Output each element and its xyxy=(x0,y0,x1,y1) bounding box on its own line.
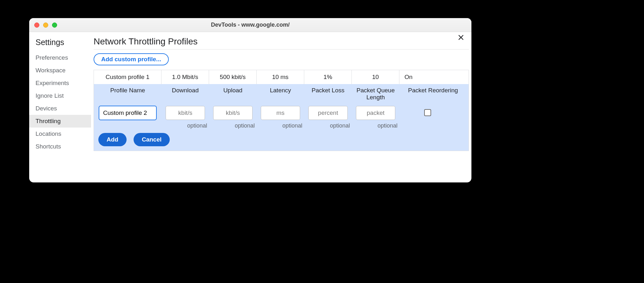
zoom-window-button[interactable] xyxy=(52,23,57,28)
cancel-button[interactable]: Cancel xyxy=(134,133,170,146)
settings-main: Network Throttling Profiles Add custom p… xyxy=(91,32,471,182)
hint-download: optional xyxy=(161,122,209,130)
close-icon xyxy=(457,34,464,41)
devtools-window: DevTools - www.google.com/ Settings Pref… xyxy=(29,18,471,182)
cell-upload: 500 kbit/s xyxy=(209,70,257,84)
hint-upload: optional xyxy=(209,122,257,130)
header-queue-length: Packet Queue Length xyxy=(352,84,399,103)
close-settings-button[interactable] xyxy=(457,34,464,43)
cell-packet-loss: 1% xyxy=(304,70,352,84)
cell-download: 1.0 Mbit/s xyxy=(161,70,209,84)
profile-name-input[interactable] xyxy=(99,106,156,120)
sidebar-item-preferences[interactable]: Preferences xyxy=(29,51,91,64)
close-window-button[interactable] xyxy=(34,23,39,28)
titlebar: DevTools - www.google.com/ xyxy=(29,18,471,32)
sidebar-item-workspace[interactable]: Workspace xyxy=(29,64,91,77)
table-row[interactable]: Custom profile 1 1.0 Mbit/s 500 kbit/s 1… xyxy=(94,70,469,84)
download-input[interactable] xyxy=(166,106,205,120)
profile-editor: Profile Name Download Upload Latency Pac… xyxy=(94,84,469,151)
editor-buttons: Add Cancel xyxy=(94,130,469,151)
hint-packet-loss: optional xyxy=(304,122,352,130)
sidebar-item-throttling[interactable]: Throttling xyxy=(29,115,91,128)
settings-content: Settings Preferences Workspace Experimen… xyxy=(29,32,471,182)
profiles-table: Custom profile 1 1.0 Mbit/s 500 kbit/s 1… xyxy=(94,70,469,151)
header-latency: Latency xyxy=(257,84,304,103)
settings-sidebar: Settings Preferences Workspace Experimen… xyxy=(29,32,91,182)
editor-hints: optional optional optional optional opti… xyxy=(94,122,469,130)
upload-input[interactable] xyxy=(213,106,253,120)
sidebar-item-ignore-list[interactable]: Ignore List xyxy=(29,89,91,102)
sidebar-item-devices[interactable]: Devices xyxy=(29,102,91,115)
window-title: DevTools - www.google.com/ xyxy=(29,22,471,28)
hint-queue-length: optional xyxy=(352,122,399,130)
sidebar-heading: Settings xyxy=(29,36,91,51)
sidebar-item-locations[interactable]: Locations xyxy=(29,128,91,140)
sidebar-item-experiments[interactable]: Experiments xyxy=(29,77,91,89)
editor-inputs xyxy=(94,103,469,122)
sidebar-item-shortcuts[interactable]: Shortcuts xyxy=(29,140,91,153)
add-custom-profile-button[interactable]: Add custom profile... xyxy=(94,53,169,65)
header-reordering: Packet Reordering xyxy=(399,84,469,103)
packet-loss-input[interactable] xyxy=(308,106,348,120)
hint-latency: optional xyxy=(257,122,304,130)
queue-length-input[interactable] xyxy=(356,106,395,120)
header-upload: Upload xyxy=(209,84,257,103)
reordering-checkbox[interactable] xyxy=(424,109,431,116)
add-button[interactable]: Add xyxy=(98,133,127,146)
page-title: Network Throttling Profiles xyxy=(94,36,469,49)
cell-name: Custom profile 1 xyxy=(94,70,161,84)
editor-headers: Profile Name Download Upload Latency Pac… xyxy=(94,84,469,103)
cell-reordering: On xyxy=(399,70,469,84)
cell-queue-length: 10 xyxy=(352,70,399,84)
latency-input[interactable] xyxy=(261,106,300,120)
cell-latency: 10 ms xyxy=(257,70,304,84)
window-controls xyxy=(34,23,57,28)
header-name: Profile Name xyxy=(94,84,161,103)
header-packet-loss: Packet Loss xyxy=(304,84,352,103)
header-download: Download xyxy=(161,84,209,103)
minimize-window-button[interactable] xyxy=(43,23,48,28)
